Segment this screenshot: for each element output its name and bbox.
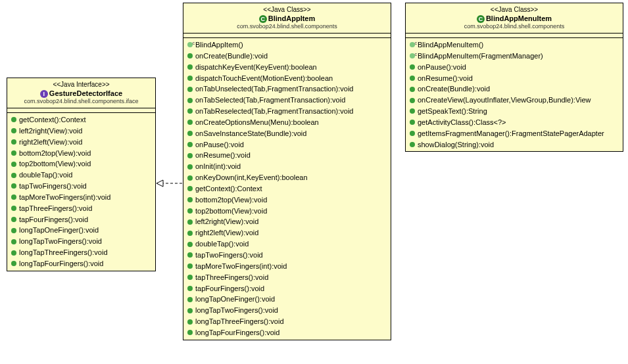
method-signature: bottom2top(View):void bbox=[195, 195, 267, 205]
uml-method: longTapThreeFingers():void bbox=[7, 247, 155, 258]
public-visibility-icon bbox=[187, 108, 193, 114]
method-signature: longTapTwoFingers():void bbox=[19, 237, 102, 246]
method-signature: getItemsFragmentManager():FragmentStateP… bbox=[418, 129, 604, 139]
attributes-compartment bbox=[7, 108, 155, 113]
uml-method: tapFourFingers():void bbox=[7, 214, 155, 225]
method-signature: doubleTap():void bbox=[195, 239, 249, 249]
public-visibility-icon bbox=[187, 87, 193, 92]
uml-method: showDialog(String):void bbox=[406, 139, 623, 150]
method-signature: BlindAppItem() bbox=[195, 40, 243, 50]
public-visibility-icon bbox=[187, 208, 193, 214]
interface-icon: I bbox=[40, 90, 48, 98]
public-visibility-icon bbox=[187, 98, 193, 103]
method-signature: longTapThreeFingers():void bbox=[19, 248, 108, 258]
method-signature: right2left(View):void bbox=[19, 137, 82, 147]
public-visibility-icon bbox=[410, 76, 415, 81]
package-label: com.svobop24.blind.shell.components bbox=[410, 23, 619, 31]
public-visibility-icon bbox=[187, 186, 193, 191]
public-visibility-icon bbox=[11, 217, 16, 222]
methods-compartment: BlindAppItem()onCreate(Bundle):voiddispa… bbox=[183, 38, 391, 340]
method-signature: onResume():void bbox=[418, 74, 473, 83]
constructor-visibility-icon bbox=[410, 42, 415, 47]
package-label: com.svobop24.blind.shell.components.ifac… bbox=[11, 98, 151, 106]
public-visibility-icon bbox=[11, 261, 16, 266]
method-signature: longTapTwoFingers():void bbox=[195, 306, 278, 315]
uml-header: <<Java Interface>> IGestureDetectorIface… bbox=[7, 78, 155, 108]
uml-method: tapMoreTwoFingers(int):void bbox=[183, 261, 391, 272]
public-visibility-icon bbox=[187, 131, 193, 136]
uml-method: longTapTwoFingers():void bbox=[183, 305, 391, 316]
public-visibility-icon bbox=[410, 87, 415, 92]
uml-method: onPause():void bbox=[183, 139, 391, 150]
public-visibility-icon bbox=[410, 142, 415, 147]
method-signature: onSaveInstanceState(Bundle):void bbox=[195, 129, 306, 139]
public-visibility-icon bbox=[187, 76, 193, 81]
method-signature: tapMoreTwoFingers(int):void bbox=[195, 262, 287, 271]
method-signature: dispatchTouchEvent(MotionEvent):boolean bbox=[195, 74, 333, 83]
public-visibility-icon bbox=[410, 131, 415, 136]
public-visibility-icon bbox=[11, 162, 16, 167]
uml-method: longTapThreeFingers():void bbox=[183, 316, 391, 327]
methods-compartment: BlindAppMenuItem()BlindAppMenuItem(Fragm… bbox=[406, 38, 623, 151]
attributes-compartment bbox=[406, 34, 623, 38]
method-signature: tapFourFingers():void bbox=[19, 215, 88, 225]
public-visibility-icon bbox=[11, 194, 16, 200]
public-visibility-icon bbox=[187, 330, 193, 335]
public-visibility-icon bbox=[187, 142, 193, 147]
method-signature: onCreateOptionsMenu(Menu):boolean bbox=[195, 118, 319, 127]
method-signature: onInit(int):void bbox=[195, 162, 241, 171]
uml-method: onCreateOptionsMenu(Menu):boolean bbox=[183, 117, 391, 128]
public-visibility-icon bbox=[11, 206, 16, 211]
method-signature: right2left(View):void bbox=[195, 228, 258, 238]
uml-method: getItemsFragmentManager():FragmentStateP… bbox=[406, 128, 623, 139]
class-name-text: BlindAppItem bbox=[268, 14, 316, 22]
method-signature: tapMoreTwoFingers(int):void bbox=[19, 193, 110, 202]
uml-method: left2right(View):void bbox=[7, 125, 155, 137]
method-signature: onTabReselected(Tab,FragmentTransaction)… bbox=[195, 106, 354, 116]
method-signature: onTabSelected(Tab,FragmentTransaction):v… bbox=[195, 95, 345, 105]
uml-method: onCreateView(LayoutInflater,ViewGroup,Bu… bbox=[406, 95, 623, 106]
method-signature: longTapOneFinger():void bbox=[195, 294, 275, 304]
class-icon: C bbox=[477, 15, 485, 23]
public-visibility-icon bbox=[410, 64, 415, 70]
uml-method: left2right(View):void bbox=[183, 216, 391, 227]
method-signature: tapThreeFingers():void bbox=[195, 273, 268, 283]
uml-method: longTapFourFingers():void bbox=[7, 258, 155, 269]
class-name: CBlindAppItem bbox=[187, 14, 387, 23]
uml-method: onResume():void bbox=[406, 73, 623, 84]
method-signature: BlindAppMenuItem() bbox=[418, 40, 483, 50]
uml-method: top2bottom(View):void bbox=[7, 158, 155, 170]
methods-compartment: getContext():Contextleft2right(View):voi… bbox=[7, 113, 155, 271]
uml-method: onKeyDown(int,KeyEvent):boolean bbox=[183, 172, 391, 183]
method-signature: onCreate(Bundle):void bbox=[195, 51, 268, 61]
public-visibility-icon bbox=[187, 263, 193, 269]
public-visibility-icon bbox=[187, 242, 193, 247]
public-visibility-icon bbox=[187, 53, 193, 58]
uml-method: onPause():void bbox=[406, 62, 623, 73]
public-visibility-icon bbox=[187, 231, 193, 236]
uml-method: getActivityClass():Class<?> bbox=[406, 117, 623, 128]
public-visibility-icon bbox=[11, 239, 16, 244]
attributes-compartment bbox=[183, 34, 391, 38]
uml-method: BlindAppMenuItem(FragmentManager) bbox=[406, 51, 623, 62]
uml-method: BlindAppItem() bbox=[183, 39, 391, 51]
method-signature: onResume():void bbox=[195, 150, 251, 160]
uml-method: longTapFourFingers():void bbox=[183, 327, 391, 338]
uml-method: tapTwoFingers():void bbox=[7, 181, 155, 192]
method-signature: onPause():void bbox=[418, 62, 466, 72]
uml-header: <<Java Class>> CBlindAppItem com.svobop2… bbox=[183, 3, 391, 34]
public-visibility-icon bbox=[410, 120, 415, 125]
uml-method: onTabReselected(Tab,FragmentTransaction)… bbox=[183, 106, 391, 117]
public-visibility-icon bbox=[187, 297, 193, 302]
public-visibility-icon bbox=[410, 108, 415, 114]
uml-method: tapThreeFingers():void bbox=[183, 272, 391, 283]
method-signature: onTabUnselected(Tab,FragmentTransaction)… bbox=[195, 84, 354, 94]
method-signature: onCreateView(LayoutInflater,ViewGroup,Bu… bbox=[418, 95, 591, 105]
uml-method: top2bottom(View):void bbox=[183, 206, 391, 217]
public-visibility-icon bbox=[187, 286, 193, 291]
public-visibility-icon bbox=[11, 150, 16, 156]
uml-method: onSaveInstanceState(Bundle):void bbox=[183, 128, 391, 139]
method-signature: longTapFourFingers():void bbox=[195, 328, 279, 338]
uml-method: onInit(int):void bbox=[183, 161, 391, 172]
public-visibility-icon bbox=[187, 197, 193, 202]
